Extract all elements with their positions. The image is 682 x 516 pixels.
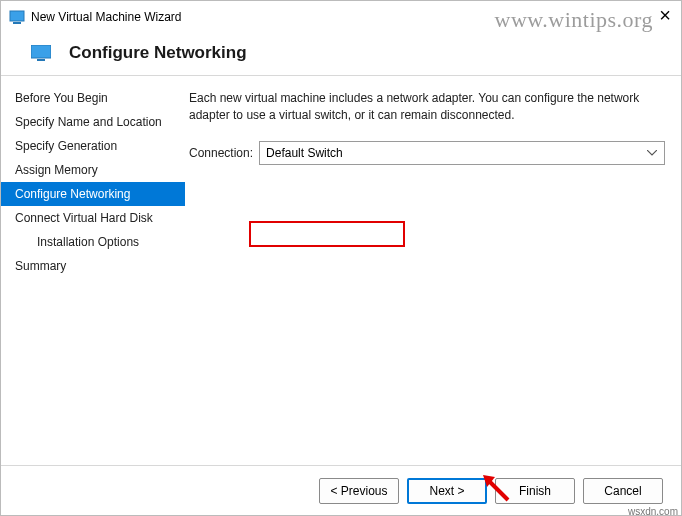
sidebar-item-specify-name-and-location[interactable]: Specify Name and Location (1, 110, 185, 134)
connection-select-wrap: Default Switch (259, 141, 665, 165)
svg-rect-3 (37, 59, 45, 61)
connection-row: Connection: Default Switch (189, 141, 665, 165)
svg-rect-2 (31, 45, 51, 58)
description-text: Each new virtual machine includes a netw… (189, 90, 665, 125)
main-panel: Each new virtual machine includes a netw… (185, 76, 681, 436)
body: Before You BeginSpecify Name and Locatio… (1, 76, 681, 436)
wizard-window: New Virtual Machine Wizard × Configure N… (0, 0, 682, 516)
sidebar-item-before-you-begin[interactable]: Before You Begin (1, 86, 185, 110)
sidebar-item-configure-networking[interactable]: Configure Networking (1, 182, 185, 206)
svg-rect-1 (13, 22, 21, 24)
cancel-button[interactable]: Cancel (583, 478, 663, 504)
footer: < Previous Next > Finish Cancel (1, 465, 681, 515)
sidebar-item-assign-memory[interactable]: Assign Memory (1, 158, 185, 182)
svg-rect-0 (10, 11, 24, 21)
source-watermark: wsxdn.com (628, 506, 678, 516)
close-icon[interactable]: × (659, 5, 671, 25)
sidebar-item-connect-virtual-hard-disk[interactable]: Connect Virtual Hard Disk (1, 206, 185, 230)
sidebar-item-specify-generation[interactable]: Specify Generation (1, 134, 185, 158)
sidebar-item-summary[interactable]: Summary (1, 254, 185, 278)
sidebar-item-installation-options[interactable]: Installation Options (1, 230, 185, 254)
page-title: Configure Networking (69, 43, 247, 63)
titlebar: New Virtual Machine Wizard × (1, 1, 681, 33)
finish-button[interactable]: Finish (495, 478, 575, 504)
connection-label: Connection: (189, 146, 253, 160)
sidebar: Before You BeginSpecify Name and Locatio… (1, 76, 185, 436)
connection-select[interactable]: Default Switch (259, 141, 665, 165)
page-header: Configure Networking (1, 33, 681, 75)
previous-button[interactable]: < Previous (319, 478, 399, 504)
monitor-icon (31, 45, 51, 61)
app-icon (9, 9, 25, 25)
next-button[interactable]: Next > (407, 478, 487, 504)
window-title: New Virtual Machine Wizard (31, 10, 673, 24)
